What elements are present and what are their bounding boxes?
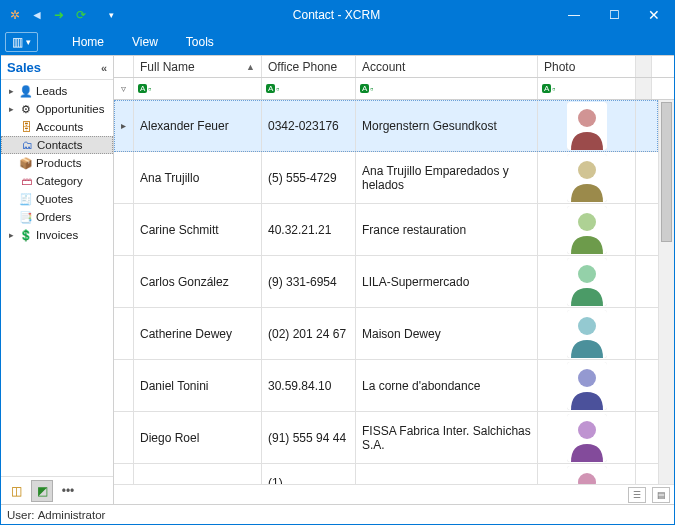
view-mode-card-button[interactable]: ▤: [652, 487, 670, 503]
cell-full-name: Alexander Feuer: [134, 100, 262, 151]
sidebar-header[interactable]: Sales «: [1, 56, 113, 80]
row-indicator[interactable]: [114, 360, 134, 411]
cell-text: Spécialités du monde: [362, 483, 477, 485]
menu-tools[interactable]: Tools: [172, 35, 228, 49]
sidebar-item-products[interactable]: 📦 Products: [1, 154, 113, 172]
table-row[interactable]: Daniel Tonini30.59.84.10La corne d'abond…: [114, 360, 658, 412]
cell-text: Diego Roel: [140, 431, 199, 445]
table-row[interactable]: Diego Roel(91) 555 94 44FISSA Fabrica In…: [114, 412, 658, 464]
column-header-office-phone[interactable]: Office Phone: [262, 56, 356, 77]
expand-icon[interactable]: ▸: [7, 104, 16, 114]
filter-mode-icon[interactable]: ▫: [360, 84, 374, 94]
menu-home[interactable]: Home: [58, 35, 118, 49]
svg-point-11: [578, 369, 596, 387]
sidebar-item-leads[interactable]: ▸ 👤 Leads: [1, 82, 113, 100]
forward-icon[interactable]: ➜: [51, 7, 67, 23]
close-button[interactable]: ✕: [634, 1, 674, 29]
row-indicator[interactable]: [114, 464, 134, 484]
cell-account: Maison Dewey: [356, 308, 538, 359]
cell-text: LILA-Supermercado: [362, 275, 469, 289]
filter-mode-icon[interactable]: ▫: [542, 84, 556, 94]
cell-photo: [538, 308, 636, 359]
sidebar-item-contacts[interactable]: 🗂 Contacts: [1, 136, 113, 154]
cell-text: Maison Dewey: [362, 327, 441, 341]
cell-text: Catherine Dewey: [140, 327, 232, 341]
sidebar-item-label: Products: [36, 157, 81, 169]
cell-full-name: Diego Roel: [134, 412, 262, 463]
sidebar-item-label: Orders: [36, 211, 71, 223]
expand-icon[interactable]: ▸: [7, 230, 16, 240]
qat-customize-icon[interactable]: ▾: [103, 7, 119, 23]
maximize-button[interactable]: ☐: [594, 1, 634, 29]
filter-cell-office-phone[interactable]: ▫: [262, 78, 356, 99]
back-icon[interactable]: ◄: [29, 7, 45, 23]
menubar: ▥ ▾ Home View Tools: [1, 29, 674, 55]
sidebar-title: Sales: [7, 60, 41, 75]
sidebar-item-orders[interactable]: 📑 Orders: [1, 208, 113, 226]
scrollbar-thumb[interactable]: [661, 102, 672, 242]
sidebar-item-label: Invoices: [36, 229, 78, 241]
cell-text: Daniel Tonini: [140, 379, 209, 393]
status-user-value: Administrator: [38, 509, 106, 521]
sidebar-item-quotes[interactable]: 🧾 Quotes: [1, 190, 113, 208]
filter-row-indicator[interactable]: ▿: [114, 78, 134, 99]
table-row[interactable]: ▸Alexander Feuer0342-023176Morgenstern G…: [114, 100, 658, 152]
module-overflow-button[interactable]: •••: [57, 480, 79, 502]
file-menu-button[interactable]: ▥ ▾: [5, 32, 38, 52]
column-title: Photo: [544, 60, 575, 74]
cell-office-phone: (02) 201 24 67: [262, 308, 356, 359]
sidebar-item-label: Category: [36, 175, 83, 187]
column-header-account[interactable]: Account: [356, 56, 538, 77]
column-header-photo[interactable]: Photo: [538, 56, 636, 77]
table-row[interactable]: Catherine Dewey(02) 201 24 67Maison Dewe…: [114, 308, 658, 360]
sidebar-item-label: Opportunities: [36, 103, 104, 115]
svg-point-7: [578, 265, 596, 283]
menu-view[interactable]: View: [118, 35, 172, 49]
cell-text: (5) 555-4729: [268, 171, 337, 185]
module-button-2[interactable]: ◩: [31, 480, 53, 502]
filter-mode-icon[interactable]: ▫: [266, 84, 280, 94]
avatar: [567, 102, 607, 150]
vertical-scrollbar[interactable]: [658, 100, 674, 484]
view-mode-list-button[interactable]: ☰: [628, 487, 646, 503]
cell-text: La corne d'abondance: [362, 379, 480, 393]
cell-office-phone: (9) 331-6954: [262, 256, 356, 307]
collapse-sidebar-icon[interactable]: «: [101, 62, 107, 74]
row-indicator[interactable]: [114, 412, 134, 463]
svg-point-9: [578, 317, 596, 335]
grid-body: ▸Alexander Feuer0342-023176Morgenstern G…: [114, 100, 674, 484]
opportunities-icon: ⚙: [19, 102, 33, 116]
row-indicator[interactable]: ▸: [114, 100, 134, 151]
grid-filter-row: ▿ ▫ ▫ ▫ ▫: [114, 78, 674, 100]
minimize-button[interactable]: —: [554, 1, 594, 29]
table-row[interactable]: Carlos González(9) 331-6954LILA-Supermer…: [114, 256, 658, 308]
filter-cell-account[interactable]: ▫: [356, 78, 538, 99]
row-indicator[interactable]: [114, 308, 134, 359]
contacts-icon: 🗂: [20, 138, 34, 152]
column-title: Full Name: [140, 60, 195, 74]
svg-point-3: [578, 161, 596, 179]
module-button-1[interactable]: ◫: [5, 480, 27, 502]
row-indicator[interactable]: [114, 204, 134, 255]
refresh-icon[interactable]: ⟳: [73, 7, 89, 23]
filter-cell-full-name[interactable]: ▫: [134, 78, 262, 99]
table-row[interactable]: Ana Trujillo(5) 555-4729Ana Trujillo Emp…: [114, 152, 658, 204]
row-indicator[interactable]: [114, 152, 134, 203]
table-row[interactable]: Carine Schmitt40.32.21.21France restaura…: [114, 204, 658, 256]
row-indicator[interactable]: [114, 256, 134, 307]
cell-photo: [538, 464, 636, 484]
row-indicator-header[interactable]: [114, 56, 134, 77]
sidebar-item-invoices[interactable]: ▸ 💲 Invoices: [1, 226, 113, 244]
sidebar-item-opportunities[interactable]: ▸ ⚙ Opportunities: [1, 100, 113, 118]
cell-photo: [538, 360, 636, 411]
cell-office-phone: (1) 47.55.60.10: [262, 464, 356, 484]
sidebar-item-accounts[interactable]: 🗄 Accounts: [1, 118, 113, 136]
expand-icon[interactable]: ▸: [7, 86, 16, 96]
quotes-icon: 🧾: [19, 192, 33, 206]
table-row[interactable]: Dominique Perrier(1) 47.55.60.10Spéciali…: [114, 464, 658, 484]
filter-cell-photo[interactable]: ▫: [538, 78, 636, 99]
column-header-full-name[interactable]: Full Name ▲: [134, 56, 262, 77]
sidebar-item-category[interactable]: 🗃 Category: [1, 172, 113, 190]
filter-mode-icon[interactable]: ▫: [138, 84, 152, 94]
gear-icon[interactable]: ✲: [7, 7, 23, 23]
